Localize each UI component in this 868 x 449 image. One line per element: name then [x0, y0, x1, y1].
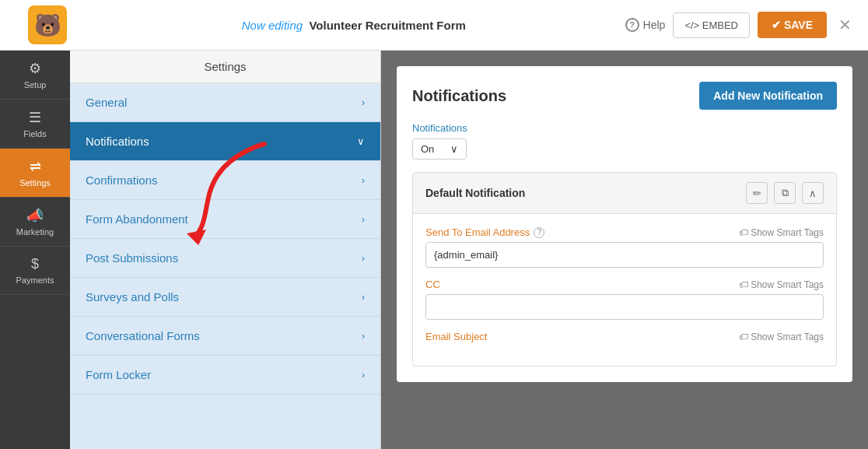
top-center-info: Now editing Volunteer Recruitment Form: [82, 19, 625, 32]
top-right-actions: ? Help </> EMBED ✔ SAVE ✕: [625, 12, 856, 38]
help-button[interactable]: ? Help: [625, 18, 666, 32]
chevron-down-icon: ∨: [357, 135, 365, 147]
nav-form-abandonment-label: Form Abandonment: [86, 212, 188, 226]
main-layout: ⚙ Setup ☰ Fields ⇌ Settings 📣 Marketing …: [0, 51, 868, 449]
nav-form-locker-label: Form Locker: [86, 368, 151, 381]
send-to-email-label-row: Send To Email Address ? 🏷 Show Smart Tag…: [425, 226, 824, 238]
send-to-email-row: Send To Email Address ? 🏷 Show Smart Tag…: [425, 226, 824, 268]
nav-item-post-submissions[interactable]: Post Submissions ›: [70, 239, 380, 278]
chevron-right-icon-post: ›: [362, 252, 365, 264]
nav-item-form-locker[interactable]: Form Locker ›: [70, 356, 380, 395]
nav-notifications-label: Notifications: [86, 135, 149, 148]
dropdown-chevron-icon: ∨: [450, 143, 458, 155]
sidebar-payments-label: Payments: [16, 275, 54, 285]
close-button[interactable]: ✕: [835, 12, 856, 38]
nav-item-confirmations[interactable]: Confirmations ›: [70, 161, 380, 200]
embed-button[interactable]: </> EMBED: [673, 12, 750, 38]
send-to-email-label: Send To Email Address ?: [425, 226, 544, 238]
settings-header: Settings: [70, 51, 380, 83]
panel-title: Notifications: [412, 87, 506, 105]
email-subject-row: Email Subject 🏷 Show Smart Tags: [425, 331, 824, 342]
cc-label-row: CC 🏷 Show Smart Tags: [425, 279, 824, 290]
sidebar-dark: ⚙ Setup ☰ Fields ⇌ Settings 📣 Marketing …: [0, 51, 70, 449]
right-content: Notifications Add New Notification Notif…: [381, 51, 868, 449]
chevron-right-icon-locker: ›: [362, 369, 365, 381]
nav-general-label: General: [86, 96, 127, 109]
sidebar-settings-label: Settings: [19, 178, 51, 188]
top-bar: 🐻 Now editing Volunteer Recruitment Form…: [0, 0, 868, 51]
form-name: Volunteer Recruitment Form: [309, 19, 465, 32]
tag-icon-send-to: 🏷: [739, 227, 748, 238]
nav-item-conversational-forms[interactable]: Conversational Forms ›: [70, 317, 380, 356]
copy-notification-button[interactable]: ⧉: [774, 182, 796, 204]
cc-input[interactable]: [425, 294, 824, 320]
fields-icon: ☰: [29, 109, 41, 126]
nav-surveys-polls-label: Surveys and Polls: [86, 290, 179, 303]
tag-icon-email-subject: 🏷: [739, 331, 748, 342]
nav-post-submissions-label: Post Submissions: [86, 251, 178, 265]
notification-panel: Notifications Add New Notification Notif…: [397, 66, 852, 382]
notifications-on-dropdown[interactable]: On ∨: [412, 139, 467, 160]
sidebar-item-setup[interactable]: ⚙ Setup: [0, 51, 70, 100]
chevron-right-icon: ›: [362, 96, 365, 108]
sidebar-fields-label: Fields: [23, 129, 46, 139]
nav-item-surveys-polls[interactable]: Surveys and Polls ›: [70, 278, 380, 317]
send-to-email-input[interactable]: [425, 242, 824, 268]
email-subject-label-text: Email Subject: [425, 331, 487, 342]
chevron-right-icon-conv: ›: [362, 330, 365, 342]
default-notification-title: Default Notification: [425, 187, 525, 199]
send-to-label-text: Send To Email Address: [425, 226, 530, 238]
sidebar-item-fields[interactable]: ☰ Fields: [0, 100, 70, 149]
edit-notification-button[interactable]: ✏: [746, 182, 768, 204]
help-label: Help: [643, 19, 666, 31]
sidebar-setup-label: Setup: [24, 80, 47, 89]
settings-icon: ⇌: [30, 158, 41, 175]
send-to-smart-tags-link[interactable]: 🏷 Show Smart Tags: [739, 227, 824, 238]
help-icon: ?: [625, 18, 639, 32]
on-value: On: [421, 143, 434, 155]
embed-label: </> EMBED: [684, 19, 738, 31]
nav-item-form-abandonment[interactable]: Form Abandonment ›: [70, 200, 380, 239]
gear-icon: ⚙: [29, 60, 41, 77]
cc-smart-tags-link[interactable]: 🏷 Show Smart Tags: [739, 279, 824, 290]
cc-smart-tags-label: Show Smart Tags: [751, 279, 824, 290]
panel-header: Notifications Add New Notification: [412, 82, 837, 110]
collapse-notification-button[interactable]: ∧: [802, 182, 824, 204]
now-editing-label: Now editing: [242, 19, 303, 32]
left-nav: Settings General › Notifications ∨ Confi…: [70, 51, 381, 449]
info-icon-send-to: ?: [534, 227, 544, 238]
default-notification-header: Default Notification ✏ ⧉ ∧: [413, 173, 836, 214]
sidebar-marketing-label: Marketing: [16, 227, 54, 237]
sidebar-item-marketing[interactable]: 📣 Marketing: [0, 198, 70, 247]
nav-item-general[interactable]: General ›: [70, 83, 380, 122]
chevron-right-icon-confirmations: ›: [362, 174, 365, 186]
payments-icon: $: [31, 256, 39, 272]
save-button[interactable]: ✔ SAVE: [758, 12, 827, 38]
chevron-right-icon-surveys: ›: [362, 291, 365, 303]
cc-label-text: CC: [425, 279, 440, 290]
nav-confirmations-label: Confirmations: [86, 174, 158, 187]
cc-row: CC 🏷 Show Smart Tags: [425, 279, 824, 320]
tag-icon-cc: 🏷: [739, 279, 748, 290]
notification-actions: ✏ ⧉ ∧: [746, 182, 824, 204]
add-new-notification-button[interactable]: Add New Notification: [699, 82, 837, 110]
save-label: ✔ SAVE: [772, 19, 813, 31]
logo-bear: 🐻: [28, 5, 67, 44]
email-subject-smart-tags-link[interactable]: 🏷 Show Smart Tags: [739, 331, 824, 342]
notifications-toggle-label: Notifications: [412, 122, 837, 134]
sidebar-item-settings[interactable]: ⇌ Settings: [0, 149, 70, 198]
chevron-right-icon-abandonment: ›: [362, 213, 365, 225]
sidebar-item-payments[interactable]: $ Payments: [0, 247, 70, 295]
logo-area: 🐻: [12, 5, 82, 44]
notifications-toggle-row: Notifications On ∨: [412, 122, 837, 160]
nav-item-notifications[interactable]: Notifications ∨: [70, 122, 380, 161]
email-subject-label-row: Email Subject 🏷 Show Smart Tags: [425, 331, 824, 342]
default-notification-body: Send To Email Address ? 🏷 Show Smart Tag…: [413, 214, 836, 366]
email-subject-smart-tags-label: Show Smart Tags: [751, 331, 824, 342]
marketing-icon: 📣: [26, 207, 44, 224]
send-to-smart-tags-label: Show Smart Tags: [751, 227, 824, 238]
nav-conversational-forms-label: Conversational Forms: [86, 329, 200, 342]
default-notification-box: Default Notification ✏ ⧉ ∧ Send To Email…: [412, 172, 837, 367]
